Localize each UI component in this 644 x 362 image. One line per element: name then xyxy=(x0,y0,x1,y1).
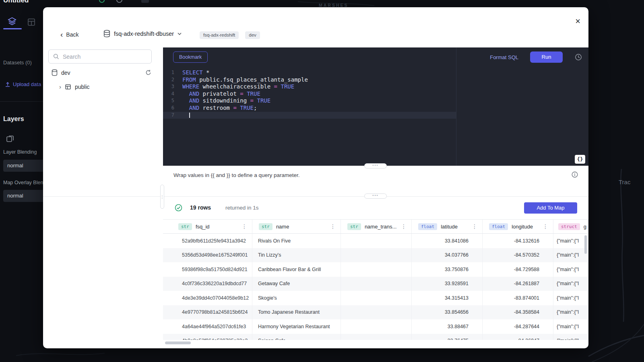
table-row[interactable]: 4b0e8a52f964a520785a23e3Saigon Cafe33.76… xyxy=(163,334,588,340)
column-header-latitude[interactable]: floatlatitude⋮ xyxy=(412,220,483,233)
table-row[interactable]: 52a9bfb611d25fe9431a3942Rivals On Five33… xyxy=(163,234,588,248)
upload-label: Upload data xyxy=(13,81,41,87)
line-number: 3 xyxy=(163,83,174,90)
column-header-name[interactable]: strname⋮ xyxy=(252,220,341,233)
database-badge: dev xyxy=(245,31,260,39)
connection-selector[interactable]: fsq-adx-redshift-dbuser xyxy=(103,30,182,37)
refresh-icon[interactable] xyxy=(145,70,151,76)
panel-resize-handle[interactable]: ⋮ xyxy=(160,185,164,209)
info-icon[interactable] xyxy=(572,171,578,178)
table-cell: 33.928591 xyxy=(412,277,483,291)
table-cell: Tin Lizzy's xyxy=(252,248,341,263)
table-cell xyxy=(341,334,412,340)
tab-datasets[interactable] xyxy=(24,15,39,29)
run-button[interactable]: Run xyxy=(530,51,563,63)
table-cell: 34.037766 xyxy=(412,248,483,263)
table-row[interactable]: 4e9770798b81a245815b6f24Tomo Japanese Re… xyxy=(163,305,588,320)
code-line-6[interactable]: 6 AND restroom = TRUE; xyxy=(163,105,456,112)
table-cell: -84.36947 xyxy=(483,334,553,340)
layers-icon xyxy=(7,16,17,26)
handle-dots-icon: ••• xyxy=(372,163,378,167)
code-line-7[interactable]: 7 xyxy=(163,112,456,119)
line-number: 1 xyxy=(163,69,174,76)
tree-item-schema[interactable]: › public xyxy=(59,83,90,90)
bookmark-button[interactable]: Bookmark xyxy=(173,51,208,63)
line-number: 6 xyxy=(163,105,174,112)
schema-browser: dev › public xyxy=(48,49,155,331)
table-cell xyxy=(341,277,412,291)
vertical-scrollbar[interactable] xyxy=(584,235,587,254)
handle-dots-vertical-icon: ⋮ xyxy=(160,195,164,199)
table-cell: -83.874001 xyxy=(483,291,553,305)
table-cell xyxy=(341,262,412,277)
table-row[interactable]: 59386f98c9a51750d824d921Caribbean Flavor… xyxy=(163,262,588,277)
close-icon[interactable]: × xyxy=(575,17,580,26)
database-icon xyxy=(52,69,58,76)
type-badge-float: float xyxy=(418,223,437,230)
column-header-longitude[interactable]: floatlongitude⋮ xyxy=(483,220,553,233)
column-header-fsq_id[interactable]: strfsq_id⋮ xyxy=(163,220,252,233)
code-area[interactable]: 1SELECT *2FROM public.fsq_places_atlanta… xyxy=(163,69,456,119)
results-resize-handle[interactable]: ••• xyxy=(364,193,387,199)
table-cell: {"main":{"l xyxy=(553,277,588,291)
datasets-count-label: Datasets (0) xyxy=(3,60,32,66)
table-cell: Rivals On Five xyxy=(252,234,341,248)
table-cell: -84.132616 xyxy=(483,234,553,248)
code-token: = xyxy=(250,97,254,104)
add-layer-icon[interactable] xyxy=(6,134,14,143)
table-row[interactable]: 4c0f736c336220a19dbdcd77Getaway Cafe33.9… xyxy=(163,277,588,291)
code-token: = xyxy=(274,83,277,90)
sql-query-modal: × ‹ Back fsq-adx-redshift-dbuser fsq-adx… xyxy=(43,7,588,348)
column-name: g xyxy=(584,224,586,230)
column-menu-icon[interactable]: ⋮ xyxy=(330,223,336,230)
settings-gear-icon[interactable] xyxy=(116,0,122,3)
section-divider xyxy=(43,196,588,197)
query-params-toggle[interactable]: {} xyxy=(575,155,585,164)
add-to-map-button[interactable]: Add To Map xyxy=(524,202,577,214)
search-input[interactable] xyxy=(63,53,151,60)
code-line-2[interactable]: 2FROM public.fsq_places_atlanta_sample xyxy=(163,76,456,84)
table-cell: 4a64ae44f964a5207dc61fe3 xyxy=(163,319,252,334)
layer-blending-value: normal xyxy=(7,162,23,169)
connection-badges: fsq-adx-redshift dev xyxy=(200,31,260,39)
code-line-4[interactable]: 4 AND privatelot = TRUE xyxy=(163,90,456,98)
table-cell xyxy=(341,234,412,248)
code-token: AND xyxy=(182,90,199,97)
column-name: name xyxy=(276,224,289,230)
column-menu-icon[interactable]: ⋮ xyxy=(472,223,477,230)
basemap-icon[interactable] xyxy=(141,0,149,3)
table-cell: 33.750876 xyxy=(412,262,483,277)
code-line-1[interactable]: 1SELECT * xyxy=(163,69,456,76)
table-row[interactable]: 5356d53d498ee1675249f001Tin Lizzy's34.03… xyxy=(163,248,588,263)
text-cursor xyxy=(189,113,190,118)
status-icon[interactable] xyxy=(99,0,105,3)
upload-data-link[interactable]: Upload data xyxy=(5,81,41,87)
code-line-3[interactable]: 3WHERE wheelchairaccessible = TRUE xyxy=(163,83,456,90)
chevron-down-icon xyxy=(178,33,182,35)
column-menu-icon[interactable]: ⋮ xyxy=(543,223,548,230)
tab-layers[interactable] xyxy=(5,14,19,28)
column-menu-icon[interactable]: ⋮ xyxy=(401,223,407,230)
param-hint-text: Wrap values in {{ and }} to define a que… xyxy=(173,172,299,178)
back-button[interactable]: ‹ Back xyxy=(60,31,78,38)
map-overlay-blending-value: normal xyxy=(7,193,23,199)
editor-resize-handle[interactable]: ••• xyxy=(364,163,387,169)
table-cell: {"main":{"l xyxy=(553,248,588,263)
format-sql-button[interactable]: Format SQL xyxy=(490,54,518,60)
database-name: dev xyxy=(61,70,70,76)
row-count: 19 rows xyxy=(190,204,211,211)
history-clock-icon[interactable] xyxy=(575,53,582,61)
tree-item-database[interactable]: dev xyxy=(52,69,152,76)
horizontal-scrollbar[interactable] xyxy=(165,341,191,344)
table-icon xyxy=(27,18,36,27)
table-row[interactable]: 4a64ae44f964a5207dc61fe3Harmony Vegetari… xyxy=(163,319,588,334)
column-header-g[interactable]: structg xyxy=(553,220,588,233)
table-cell: 33.76475 xyxy=(412,334,483,340)
code-line-5[interactable]: 5 AND sitdowndining = TRUE xyxy=(163,97,456,105)
table-row[interactable]: 4de3e39dd4c07044058e9b12Skogie's34.31541… xyxy=(163,291,588,305)
table-cell: Skogie's xyxy=(252,291,341,305)
code-token: public.fsq_places_atlanta_sample xyxy=(196,76,308,83)
type-badge-str: str xyxy=(347,223,361,230)
column-menu-icon[interactable]: ⋮ xyxy=(242,223,247,230)
column-header-name_trans[interactable]: strname_trans...⋮ xyxy=(341,220,412,233)
